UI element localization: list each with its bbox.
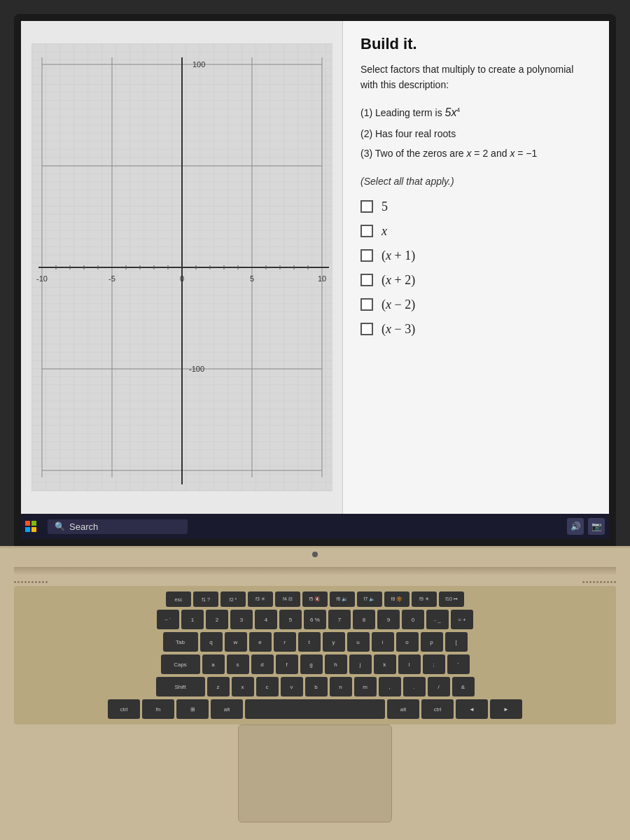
key-p[interactable]: p <box>421 632 443 652</box>
option-x-plus-2-label: (x + 2) <box>382 273 415 288</box>
key-9[interactable]: 9 <box>377 610 400 629</box>
key-e[interactable]: e <box>249 632 272 652</box>
key-u[interactable]: u <box>347 632 370 652</box>
key-f8[interactable]: f8 🔆 <box>384 592 410 607</box>
key-arrow-left[interactable]: ◄ <box>456 699 488 719</box>
key-w[interactable]: w <box>225 632 247 652</box>
checkbox-5[interactable] <box>360 200 373 213</box>
checkbox-x-plus-1[interactable] <box>360 249 373 262</box>
key-b[interactable]: b <box>305 677 328 696</box>
graph-area: -10 -5 0 5 10 100 -100 <box>21 21 343 514</box>
key-4[interactable]: 4 <box>255 610 277 629</box>
select-all-label: (Select all that apply.) <box>360 176 592 187</box>
zxcv-row: Shift z x c v b n m , . / & <box>20 677 610 696</box>
checkbox-x-minus-3[interactable] <box>360 323 373 335</box>
speaker-dot <box>31 581 34 583</box>
key-h[interactable]: h <box>325 654 347 674</box>
key-g[interactable]: g <box>300 654 323 674</box>
key-esc[interactable]: esc <box>166 592 191 607</box>
key-t[interactable]: t <box>298 632 321 652</box>
key-fn[interactable]: fn <box>142 699 174 719</box>
taskbar-search-bar[interactable]: 🔍 Search <box>48 519 188 534</box>
key-f2[interactable]: f2 * <box>220 592 246 607</box>
key-tilde[interactable]: ~ ` <box>157 610 179 629</box>
key-m[interactable]: m <box>354 677 377 696</box>
option-x-plus-1[interactable]: (x + 1) <box>360 248 592 263</box>
touchpad[interactable] <box>238 724 392 822</box>
checkbox-x-plus-2[interactable] <box>360 274 373 286</box>
key-s[interactable]: s <box>227 654 249 674</box>
key-win[interactable]: ⊞ <box>176 699 209 719</box>
key-y[interactable]: y <box>323 632 345 652</box>
key-ampersand[interactable]: & <box>452 677 475 696</box>
key-0[interactable]: 0 <box>402 610 424 629</box>
option-x-minus-3[interactable]: (x − 3) <box>360 322 592 337</box>
key-minus[interactable]: - _ <box>426 610 449 629</box>
key-semicolon[interactable]: ; <box>423 654 445 674</box>
svg-text:-100: -100 <box>189 365 204 373</box>
key-f4[interactable]: f4 ⊟ <box>275 592 300 607</box>
key-space[interactable] <box>245 699 385 719</box>
key-d[interactable]: d <box>251 654 274 674</box>
win-cell-2 <box>31 521 36 526</box>
key-comma[interactable]: , <box>379 677 401 696</box>
key-i[interactable]: i <box>372 632 394 652</box>
key-ctrl-left[interactable]: ctrl <box>108 699 140 719</box>
key-slash[interactable]: / <box>428 677 450 696</box>
key-l[interactable]: l <box>398 654 421 674</box>
problem-title: Build it. <box>360 35 592 53</box>
checkbox-x-minus-2[interactable] <box>360 298 373 311</box>
key-7[interactable]: 7 <box>328 610 351 629</box>
option-5[interactable]: 5 <box>360 200 592 214</box>
taskbar-camera-icon[interactable]: 📷 <box>588 518 605 535</box>
option-x-plus-2[interactable]: (x + 2) <box>360 273 592 288</box>
key-2[interactable]: 2 <box>206 610 228 629</box>
key-a[interactable]: a <box>202 654 225 674</box>
key-1[interactable]: 1 <box>181 610 204 629</box>
key-f3[interactable]: f3 ✳ <box>248 592 273 607</box>
key-c[interactable]: c <box>256 677 279 696</box>
speaker-dot <box>46 581 48 583</box>
key-alt[interactable]: alt <box>211 699 243 719</box>
key-q[interactable]: q <box>200 632 223 652</box>
speaker-dot <box>589 581 592 583</box>
speaker-dot <box>593 581 595 583</box>
key-5[interactable]: 5 <box>279 610 302 629</box>
speaker-dot <box>600 581 602 583</box>
key-x[interactable]: x <box>232 677 254 696</box>
key-o[interactable]: o <box>396 632 419 652</box>
key-tab[interactable]: Tab <box>163 632 198 652</box>
key-z[interactable]: z <box>207 677 230 696</box>
key-v[interactable]: v <box>281 677 303 696</box>
key-8[interactable]: 8 <box>353 610 375 629</box>
key-3[interactable]: 3 <box>230 610 253 629</box>
description-intro: Select factors that multiply to create a… <box>360 64 573 90</box>
key-shift-left[interactable]: Shift <box>156 677 205 696</box>
key-bracket-left[interactable]: [ <box>445 632 468 652</box>
option-x[interactable]: x <box>360 224 592 239</box>
key-equals[interactable]: = + <box>451 610 473 629</box>
key-f5[interactable]: f5 🔇 <box>302 592 328 607</box>
key-f6[interactable]: f6 🔉 <box>330 592 355 607</box>
taskbar-speaker-icon[interactable]: 🔊 <box>567 518 584 535</box>
key-ctrl-right[interactable]: ctrl <box>421 699 454 719</box>
key-f9[interactable]: f9 ☀ <box>412 592 437 607</box>
key-arrow-right[interactable]: ► <box>490 699 522 719</box>
key-period[interactable]: . <box>403 677 426 696</box>
checkbox-x[interactable] <box>360 225 373 237</box>
key-caps[interactable]: Caps <box>161 654 200 674</box>
option-x-minus-2[interactable]: (x − 2) <box>360 298 592 312</box>
key-f[interactable]: f <box>276 654 298 674</box>
key-6[interactable]: 6 % <box>304 610 326 629</box>
key-quote[interactable]: ' <box>447 654 470 674</box>
key-r[interactable]: r <box>274 632 296 652</box>
key-f1[interactable]: f1 ? <box>193 592 218 607</box>
speaker-dot <box>603 581 606 583</box>
key-n[interactable]: n <box>330 677 352 696</box>
key-j[interactable]: j <box>349 654 372 674</box>
windows-start-button[interactable] <box>21 517 41 536</box>
key-f10[interactable]: f10 ↦ <box>439 592 464 607</box>
key-alt-right[interactable]: alt <box>387 699 419 719</box>
key-f7[interactable]: f7 🔈 <box>357 592 382 607</box>
key-k[interactable]: k <box>374 654 396 674</box>
